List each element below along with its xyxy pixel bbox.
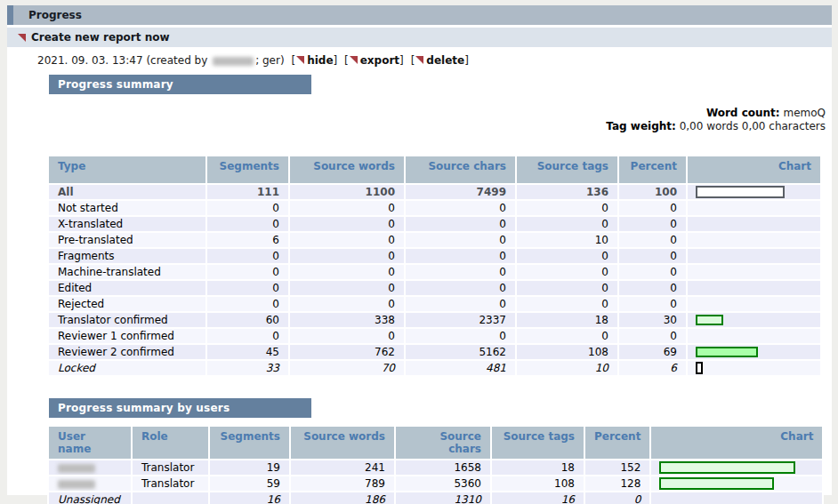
section-title: Progress summary by users [58,402,230,414]
red-flag-icon [296,56,304,64]
cell-chart [651,476,822,491]
cell-segments: 0 [207,217,288,231]
table-row: Pre-translated600100 [49,233,820,247]
cell-chart [688,345,820,359]
cell-source-words: 338 [290,313,404,327]
cell-chart [688,361,820,375]
table-row: Unassigned161861310160 [49,492,822,504]
hide-label: hide [307,54,333,67]
table-row: Reviewer 2 confirmed45762516210869 [49,345,820,359]
redacted-username [58,464,95,473]
cell-percent: 0 [619,233,686,247]
cell-source-tags: 0 [517,297,617,311]
cell-source-words: 789 [291,476,394,491]
hide-report-link[interactable]: hide [291,54,337,67]
report-settings: Word count: memoQ Tag weight: 0,00 words… [7,107,832,133]
cell-chart [651,460,822,475]
cell-type: Reviewer 2 confirmed [49,345,205,359]
cell-type: Not started [49,201,205,215]
cell-source-words: 0 [290,233,404,247]
cell-source-words: 0 [290,265,404,279]
cell-percent: 0 [619,201,686,215]
cell-percent: 0 [585,492,649,504]
table-row: Reviewer 1 confirmed00000 [49,329,820,343]
cell-type: Machine-translated [49,265,205,279]
cell-source-tags: 10 [517,361,617,375]
cell-source-chars: 2337 [406,313,515,327]
cell-chart [688,185,820,199]
cell-source-tags: 16 [492,492,584,504]
tag-weight-label: Tag weight: [606,120,676,132]
progress-bar [659,461,795,474]
col-header-segments: Segments [207,156,288,183]
col-header-source-chars: Source chars [406,156,515,183]
table-row: Locked3370481106 [49,361,820,375]
create-report-link[interactable]: Create new report now [7,28,832,47]
col-header-type: Type [49,156,205,183]
cell-chart [688,313,820,327]
cell-segments: 60 [207,313,288,327]
cell-source-tags: 108 [492,476,584,491]
table-header-row: User name Role Segments Source words Sou… [49,427,822,459]
table-header-row: Type Segments Source words Source chars … [49,156,820,183]
cell-segments: 111 [207,185,288,199]
table-row: Rejected00000 [49,297,820,311]
export-report-link[interactable]: export [344,54,404,67]
cell-segments: 0 [207,201,288,215]
red-flag-icon [18,34,26,42]
cell-source-words: 0 [290,329,404,343]
cell-source-tags: 0 [517,217,617,231]
cell-source-tags: 108 [517,345,617,359]
table-row: Fragments00000 [49,249,820,263]
cell-source-words: 0 [290,217,404,231]
cell-user-name [49,460,131,475]
cell-segments: 0 [207,329,288,343]
table-row: All11111007499136100 [49,185,820,199]
cell-source-words: 0 [290,201,404,215]
report-meta-line: 2021. 09. 03. 13:47 (created by ; ger) h… [37,54,832,67]
col-header-source-chars: Source chars [396,427,490,459]
red-flag-icon [415,56,423,64]
cell-type: Fragments [49,249,205,263]
cell-source-chars: 1658 [396,460,490,475]
users-table-body: Translator19241165818152Translator597895… [49,460,822,504]
col-header-user-name: User name [49,427,131,459]
cell-chart [688,249,820,263]
table-row: Not started00000 [49,201,820,215]
cell-source-words: 0 [290,249,404,263]
cell-percent: 0 [619,281,686,295]
cell-type: Locked [49,361,205,375]
redacted-username [213,57,254,66]
table-row: Translator597895360108128 [49,476,822,491]
cell-segments: 33 [207,361,288,375]
report-panel: Progress Create new report now 2021. 09.… [7,5,832,495]
section-header-progress-by-users: Progress summary by users [49,398,311,418]
cell-segments: 45 [207,345,288,359]
cell-source-chars: 0 [406,281,515,295]
cell-percent: 152 [585,460,649,475]
delete-report-link[interactable]: delete [411,54,469,67]
cell-type: Pre-translated [49,233,205,247]
col-header-segments: Segments [210,427,289,459]
cell-source-tags: 10 [517,233,617,247]
cell-source-tags: 0 [517,281,617,295]
cell-chart [688,201,820,215]
cell-percent: 0 [619,217,686,231]
word-count-value: memoQ [783,107,826,119]
cell-source-chars: 5360 [396,476,490,491]
cell-role: Translator [133,460,208,475]
col-header-chart: Chart [688,156,820,183]
cell-source-tags: 18 [492,460,584,475]
cell-source-words: 1100 [290,185,404,199]
cell-chart [688,281,820,295]
cell-type: Reviewer 1 confirmed [49,329,205,343]
section-title: Progress summary [58,78,173,91]
cell-source-chars: 0 [406,201,515,215]
table-row: Edited00000 [49,281,820,295]
cell-source-chars: 5162 [406,345,515,359]
table-row: Translator19241165818152 [49,460,822,475]
cell-percent: 6 [619,361,686,375]
col-header-source-tags: Source tags [492,427,584,459]
cell-segments: 19 [210,460,289,475]
cell-type: Rejected [49,297,205,311]
